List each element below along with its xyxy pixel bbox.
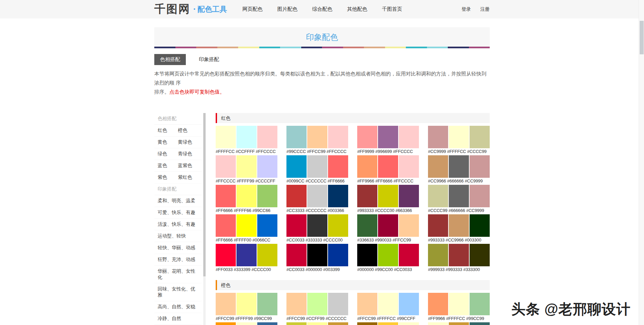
color-swatch[interactable] [357, 155, 377, 178]
color-swatch[interactable] [357, 322, 377, 325]
sidebar-item[interactable]: 轻快、华丽、动感 [158, 245, 195, 251]
color-swatch[interactable] [307, 293, 327, 315]
color-swatch[interactable] [216, 322, 236, 325]
color-swatch[interactable] [257, 244, 277, 266]
color-swatch[interactable] [378, 322, 398, 325]
login-link[interactable]: 登录 [462, 6, 471, 12]
color-swatch[interactable] [257, 322, 277, 325]
color-swatch[interactable] [216, 155, 236, 178]
color-swatch[interactable] [470, 293, 490, 315]
sidebar-item[interactable]: 紫色 [158, 174, 178, 180]
color-swatch[interactable] [470, 126, 490, 148]
color-swatch[interactable] [470, 185, 490, 207]
color-swatch[interactable] [236, 185, 257, 207]
nav-link[interactable]: 网页配色 [243, 6, 263, 12]
color-swatch[interactable] [286, 155, 307, 178]
color-swatch[interactable] [357, 185, 377, 207]
color-swatch[interactable] [378, 244, 398, 266]
sidebar-item[interactable]: 青绿色 [178, 151, 199, 157]
color-swatch[interactable] [399, 293, 419, 315]
sidebar-item[interactable]: 可爱、快乐、有趣 [158, 210, 195, 216]
color-swatch[interactable] [286, 293, 307, 315]
color-swatch[interactable] [257, 214, 277, 237]
site-logo[interactable]: 千图网 [154, 2, 191, 17]
color-swatch[interactable] [470, 155, 490, 178]
tab-impression-match[interactable]: 印象搭配 [193, 54, 225, 65]
sidebar-item[interactable]: 紫红色 [178, 174, 199, 180]
page-scrollbar-thumb[interactable] [640, 21, 644, 54]
color-swatch[interactable] [399, 185, 419, 207]
color-swatch[interactable] [428, 155, 448, 178]
color-swatch[interactable] [378, 155, 398, 178]
color-swatch[interactable] [428, 185, 448, 207]
color-swatch[interactable] [399, 322, 419, 325]
color-swatch[interactable] [328, 185, 348, 207]
color-swatch[interactable] [428, 214, 448, 237]
color-swatch[interactable] [216, 214, 236, 237]
color-swatch[interactable] [236, 214, 257, 237]
color-swatch[interactable] [449, 244, 469, 266]
color-swatch[interactable] [470, 322, 490, 325]
color-swatch[interactable] [470, 244, 490, 266]
color-swatch[interactable] [449, 126, 469, 148]
color-swatch[interactable] [378, 293, 398, 315]
color-swatch[interactable] [307, 244, 327, 266]
color-swatch[interactable] [257, 126, 277, 148]
color-swatch[interactable] [236, 322, 257, 325]
sidebar-item[interactable]: 红色 [158, 127, 178, 133]
sidebar-item[interactable]: 黄色 [158, 139, 178, 145]
color-swatch[interactable] [286, 185, 307, 207]
color-swatch[interactable] [257, 155, 277, 178]
color-swatch[interactable] [236, 293, 257, 315]
color-swatch[interactable] [378, 214, 398, 237]
color-swatch[interactable] [286, 244, 307, 266]
color-swatch[interactable] [257, 185, 277, 207]
color-swatch[interactable] [470, 214, 490, 237]
sidebar-item[interactable]: 回味、女性化、优雅 [158, 286, 198, 298]
sidebar-item[interactable]: 蓝紫色 [178, 163, 199, 169]
brand-title[interactable]: 配色工具 [198, 4, 227, 14]
nav-link[interactable]: 千图首页 [382, 6, 402, 12]
page-scrollbar-track[interactable] [639, 0, 644, 325]
color-swatch[interactable] [357, 126, 377, 148]
color-swatch[interactable] [449, 322, 469, 325]
color-swatch[interactable] [357, 214, 377, 237]
color-swatch[interactable] [449, 155, 469, 178]
color-swatch[interactable] [378, 185, 398, 207]
color-swatch[interactable] [449, 214, 469, 237]
color-swatch[interactable] [399, 126, 419, 148]
color-swatch[interactable] [286, 322, 307, 325]
color-swatch[interactable] [286, 126, 307, 148]
color-swatch[interactable] [216, 126, 236, 148]
color-swatch[interactable] [328, 126, 348, 148]
sidebar-item[interactable]: 运动型、轻快 [158, 233, 186, 239]
color-swatch[interactable] [328, 293, 348, 315]
nav-link[interactable]: 其他配色 [347, 6, 367, 12]
color-swatch[interactable] [357, 244, 377, 266]
nav-link[interactable]: 综合配色 [312, 6, 332, 12]
sidebar-item[interactable]: 橙色 [178, 127, 199, 133]
color-swatch[interactable] [449, 293, 469, 315]
sidebar-item[interactable]: 冷静、自然 [158, 316, 181, 322]
color-swatch[interactable] [428, 322, 448, 325]
color-swatch[interactable] [257, 293, 277, 315]
color-swatch[interactable] [449, 185, 469, 207]
color-swatch[interactable] [236, 244, 257, 266]
color-swatch[interactable] [399, 214, 419, 237]
sidebar-item[interactable]: 高尚、自然、安稳 [158, 304, 195, 310]
color-swatch[interactable] [328, 155, 348, 178]
sidebar-item[interactable]: 活泼、快乐、有趣 [158, 221, 195, 227]
tab-hue-match[interactable]: 色相搭配 [154, 54, 186, 65]
color-swatch[interactable] [216, 244, 236, 266]
color-swatch[interactable] [328, 244, 348, 266]
color-swatch[interactable] [236, 126, 257, 148]
color-swatch[interactable] [428, 244, 448, 266]
color-swatch[interactable] [286, 214, 307, 237]
color-swatch[interactable] [399, 244, 419, 266]
color-swatch[interactable] [357, 293, 377, 315]
sidebar-item[interactable]: 黄绿色 [178, 139, 199, 145]
sidebar-scrollbar-thumb[interactable] [203, 113, 206, 276]
color-swatch[interactable] [328, 214, 348, 237]
color-swatch[interactable] [216, 293, 236, 315]
color-swatch[interactable] [307, 126, 327, 148]
